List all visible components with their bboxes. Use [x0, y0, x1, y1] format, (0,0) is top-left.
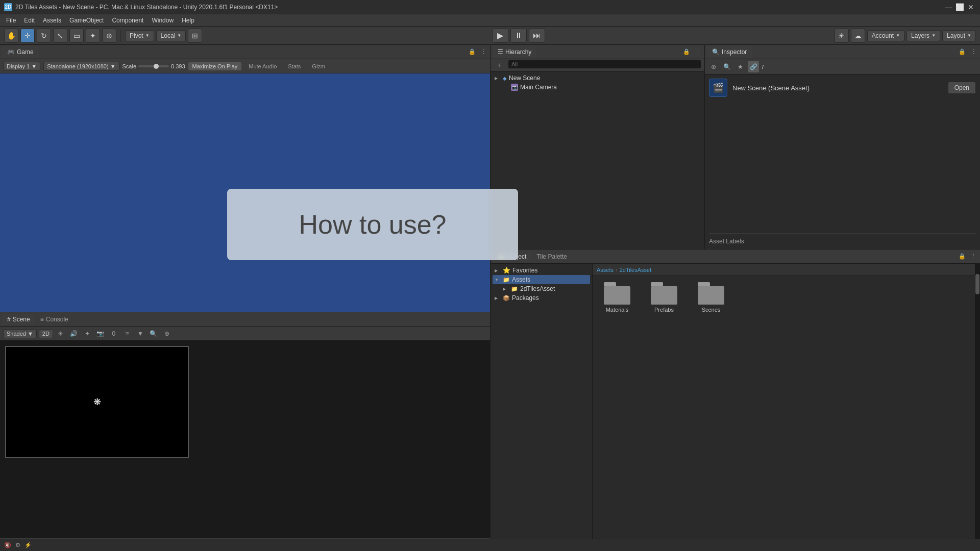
menu-component[interactable]: Component — [108, 16, 148, 25]
maximize-on-play-button[interactable]: Maximize On Play — [188, 62, 242, 70]
packages-expand-icon: ▶ — [495, 296, 501, 300]
fx-scene-button[interactable]: ✦ — [82, 328, 93, 339]
tab-hierarchy[interactable]: ☰ Hierarchy — [493, 46, 536, 58]
scene-tab-label: Scene — [13, 316, 30, 323]
minimize-button[interactable]: — — [943, 2, 953, 12]
tree-2d-assets[interactable]: ▶ 📁 2dTilesAsset — [493, 284, 590, 293]
resolution-label: Standalone (980x551) — [47, 63, 108, 69]
maximize-button[interactable]: ⬜ — [954, 2, 965, 12]
layout-dropdown[interactable]: Layout ▼ — [942, 30, 976, 41]
game-more-button[interactable]: ⋮ — [479, 47, 488, 57]
lighting-button[interactable]: ☀ — [835, 29, 849, 43]
scene-cursor-icon: ❋ — [93, 396, 101, 408]
2d-button[interactable]: 2D — [39, 329, 53, 338]
inspector-lock2-button[interactable]: 🔗 — [748, 61, 759, 72]
layout-label: Layout — [947, 32, 965, 39]
menu-file[interactable]: File — [2, 16, 20, 25]
file-item-materials[interactable]: Materials — [597, 280, 638, 315]
tab-game[interactable]: 🎮 Game — [2, 46, 39, 58]
prefabs-folder-icon — [651, 282, 677, 305]
hierarchy-camera-label: Main Camera — [520, 84, 557, 91]
display-label: Display 1 — [7, 63, 30, 69]
2d-label: 2D — [42, 331, 50, 337]
hierarchy-lock-button[interactable]: 🔒 — [682, 47, 691, 57]
stats-button[interactable]: Stats — [284, 62, 305, 70]
step-button[interactable]: ⏭ — [529, 29, 545, 43]
tab-tile-palette[interactable]: Tile Palette — [531, 251, 572, 262]
extra-scene-button[interactable]: ⊕ — [161, 328, 173, 339]
inspector-more-button[interactable]: ⋮ — [969, 47, 978, 57]
tab-scene[interactable]: # Scene — [2, 314, 35, 325]
console-tab-icon: ≡ — [40, 316, 44, 323]
play-button[interactable]: ▶ — [492, 29, 508, 43]
pause-button[interactable]: ⏸ — [510, 29, 527, 43]
inspector-search2-button[interactable]: 🔍 — [721, 61, 732, 72]
scale-slider[interactable] — [138, 65, 169, 67]
file-item-scenes[interactable]: Scenes — [691, 280, 731, 315]
status-mute-icon: 🔇 — [4, 542, 11, 548]
scene-tab-icon: # — [7, 316, 11, 323]
tree-favorites[interactable]: ▶ ⭐ Favorites — [493, 266, 590, 275]
move-tool-button[interactable]: ✛ — [20, 29, 35, 43]
lighting-scene-button[interactable]: ☀ — [55, 328, 66, 339]
breadcrumb-assets-link[interactable]: Assets — [597, 267, 614, 273]
transform-tool-button[interactable]: ✦ — [86, 29, 100, 43]
menu-window[interactable]: Window — [148, 16, 178, 25]
project-scrollbar[interactable] — [975, 264, 980, 551]
inspector-star-button[interactable]: ★ — [734, 61, 746, 72]
tree-assets[interactable]: ▼ 📁 Assets — [493, 275, 590, 284]
tree-packages[interactable]: ▶ 📦 Packages — [493, 293, 590, 303]
inspector-add-component-button[interactable]: ⊕ — [708, 61, 719, 72]
scene-inner-box: ❋ — [5, 346, 189, 458]
folder-body2 — [651, 286, 677, 305]
game-viewport-bg — [0, 73, 490, 312]
mute-audio-button[interactable]: Mute Audio — [244, 62, 281, 70]
scene-camera-button[interactable]: 📷 — [95, 328, 106, 339]
rotate-tool-button[interactable]: ↻ — [37, 29, 51, 43]
pivot-dropdown[interactable]: Pivot ▼ — [125, 30, 154, 41]
account-dropdown[interactable]: Account ▼ — [867, 30, 904, 41]
audio-scene-button[interactable]: 🔊 — [68, 328, 80, 339]
asset-labels-section: Asset Labels — [709, 233, 976, 245]
custom-tool-button[interactable]: ⊕ — [102, 29, 116, 43]
rect-tool-button[interactable]: ▭ — [69, 29, 84, 43]
hierarchy-more-button[interactable]: ⋮ — [693, 47, 702, 57]
local-dropdown[interactable]: Local ▼ — [156, 30, 186, 41]
project-lock-button[interactable]: 🔒 — [958, 252, 967, 261]
hierarchy-search-input[interactable] — [508, 60, 701, 69]
resolution-dropdown[interactable]: Standalone (980x551) ▼ — [43, 62, 119, 71]
assets-folder-icon: 📁 — [503, 277, 510, 283]
menu-edit[interactable]: Edit — [20, 16, 39, 25]
scale-tool-button[interactable]: ⤡ — [53, 29, 67, 43]
inspector-name-section: New Scene (Scene Asset) — [732, 84, 810, 92]
display-dropdown[interactable]: Display 1 ▼ — [3, 62, 40, 71]
scene-dropdown2-button[interactable]: ▼ — [135, 328, 146, 339]
tab-inspector[interactable]: 🔍 Inspector — [707, 46, 752, 58]
gizmos-dropdown-button[interactable]: Gizm — [308, 62, 329, 70]
hand-tool-button[interactable]: ✋ — [4, 29, 18, 43]
close-button[interactable]: ✕ — [966, 2, 976, 12]
hierarchy-item-new-scene[interactable]: ▶ ◆ New Scene — [493, 73, 702, 83]
search-scene-button[interactable]: 🔍 — [148, 328, 159, 339]
tab-project[interactable]: 📁 Project — [493, 251, 531, 262]
collab-button[interactable]: ☁ — [851, 29, 865, 43]
account-arrow-icon: ▼ — [896, 33, 900, 38]
snap-button[interactable]: ⊞ — [188, 29, 202, 43]
breadcrumb-2d-link[interactable]: 2dTilesAsset — [620, 267, 652, 273]
right-section: ☰ Hierarchy 🔒 ⋮ + ▶ — [490, 45, 980, 551]
hierarchy-item-main-camera[interactable]: 📷 Main Camera — [493, 83, 702, 92]
menu-assets[interactable]: Assets — [39, 16, 65, 25]
file-item-prefabs[interactable]: Prefabs — [644, 280, 684, 315]
inspector-lock-button[interactable]: 🔒 — [958, 47, 967, 57]
project-more-button[interactable]: ⋮ — [969, 252, 978, 261]
open-button[interactable]: Open — [948, 82, 976, 94]
game-lock-button[interactable]: 🔒 — [468, 47, 477, 57]
gizmos-count-button[interactable]: 0 — [108, 328, 119, 339]
scene-layers-button[interactable]: ≡ — [121, 328, 133, 339]
menu-gameobject[interactable]: GameObject — [65, 16, 108, 25]
shaded-dropdown[interactable]: Shaded ▼ — [3, 329, 37, 338]
tab-console[interactable]: ≡ Console — [35, 314, 74, 325]
hierarchy-add-button[interactable]: + — [494, 60, 505, 71]
layers-dropdown[interactable]: Layers ▼ — [906, 30, 940, 41]
menu-help[interactable]: Help — [178, 16, 199, 25]
